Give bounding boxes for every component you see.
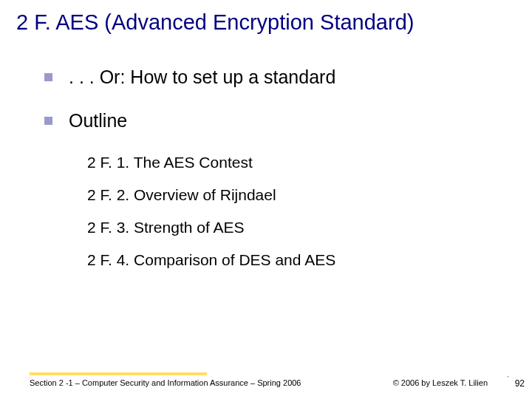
slide: 2 F. AES (Advanced Encryption Standard) … (0, 0, 532, 399)
bullet-row-outline: Outline (44, 110, 502, 132)
bullet-row-subtitle: . . . Or: How to set up a standard (44, 66, 502, 88)
outline-item: 2 F. 4. Comparison of DES and AES (87, 251, 502, 269)
bullet-icon (44, 73, 52, 81)
page-tick: ' (507, 375, 508, 381)
bullet-text-subtitle: . . . Or: How to set up a standard (69, 66, 335, 88)
slide-title: 2 F. AES (Advanced Encryption Standard) (16, 10, 414, 35)
outline-list: 2 F. 1. The AES Contest 2 F. 2. Overview… (87, 154, 502, 269)
bullet-icon (44, 117, 52, 125)
outline-item: 2 F. 2. Overview of Rijndael (87, 186, 502, 204)
footer-course-info: Section 2 -1 – Computer Security and Inf… (30, 378, 301, 387)
outline-item: 2 F. 1. The AES Contest (87, 154, 502, 171)
footer: Section 2 -1 – Computer Security and Inf… (0, 377, 532, 392)
slide-body: . . . Or: How to set up a standard Outli… (44, 66, 502, 284)
footer-accent-bar (30, 372, 207, 375)
footer-copyright: © 2006 by Leszek T. Lilien (393, 378, 488, 387)
outline-item: 2 F. 3. Strength of AES (87, 219, 502, 236)
page-number: 92 (515, 378, 525, 389)
bullet-text-outline: Outline (69, 110, 127, 132)
